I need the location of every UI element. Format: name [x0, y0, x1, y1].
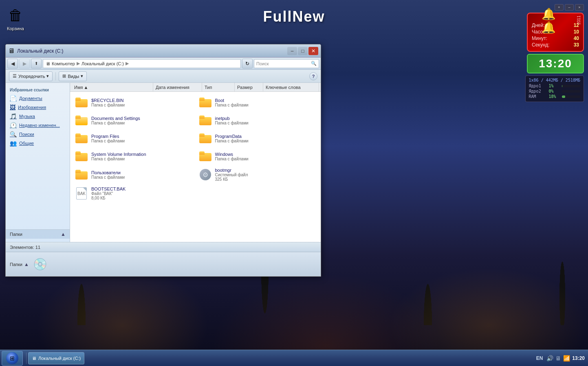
close-button[interactable]: ✕ [308, 47, 318, 55]
volume-icon[interactable]: 🔊 [546, 355, 553, 362]
forward-button[interactable]: ▶ [19, 59, 30, 69]
toolbar-separator [55, 72, 56, 80]
file-item-recycle-bin[interactable]: $RECYCLE.BIN Папка с файлами [72, 93, 196, 111]
system-tray-icon[interactable]: 📶 [563, 355, 570, 362]
views-button[interactable]: ⊞ Виды ▾ [59, 71, 87, 81]
file-info-bootmgr: bootmgr Системный файл 325 КБ [215, 168, 316, 182]
music-label: Музыка [19, 114, 35, 119]
network-icon[interactable]: 🖥 [555, 355, 561, 362]
core1-bar-bg [562, 85, 580, 87]
col-header-keywords[interactable]: Ключевые слова [263, 83, 319, 91]
sidebar-item-documents[interactable]: 📄 Документы [6, 94, 70, 103]
recycle-bin-image: 🗑 [6, 6, 25, 25]
sidebar-item-music[interactable]: 🎵 Музыка [6, 112, 70, 121]
col-header-size[interactable]: Размер [235, 83, 263, 91]
taskbar-item-icon: 🖥 [32, 356, 36, 361]
folder-shape [75, 98, 88, 107]
folder-shape-docs [75, 115, 88, 125]
recycle-bin-icon[interactable]: 🗑 Корзина [4, 4, 27, 33]
toolbar: ☰ Упорядочить ▾ ⊞ Виды ▾ ? [6, 70, 321, 83]
doc-icon-bootsect: BAK [75, 187, 88, 200]
folders-chevron-bottom-icon: ▲ [24, 262, 29, 267]
organize-button[interactable]: ☰ Упорядочить ▾ [9, 71, 53, 81]
sidebar-item-searches[interactable]: 🔍 Поиски [6, 130, 70, 139]
up-button[interactable]: ⬆ [31, 59, 42, 69]
file-name-bootmgr: bootmgr [215, 168, 316, 173]
core1-row: Ядро1 1% [529, 84, 580, 88]
file-desc-boot: Папка с файлами [215, 103, 316, 107]
folder-icon-windows [199, 150, 212, 163]
file-item-docs-settings[interactable]: Documents and Settings Папка с файлами [72, 111, 196, 129]
sidebar-item-public[interactable]: 👥 Общие [6, 139, 70, 148]
searches-label: Поиски [19, 132, 34, 137]
folder-shape-pf [75, 133, 88, 143]
col-header-type[interactable]: Тип [202, 83, 235, 91]
file-name-programdata: ProgramData [215, 134, 316, 139]
file-item-sysvolinfo[interactable]: System Volume Information Папка с файлам… [72, 147, 196, 165]
desktop-title: FullNew [263, 8, 325, 25]
core2-label: Ядро2 [529, 89, 547, 93]
file-desc-sysvolinfo: Папка с файлами [91, 157, 192, 161]
col-header-name[interactable]: Имя ▲ [72, 83, 153, 91]
explorer-window: 🖥 Локальный диск (C:) – □ ✕ ◀ ▶ ⬆ 🖥 Комп… [5, 44, 321, 277]
recent-icon: 🕐 [10, 122, 17, 129]
core2-row: Ядро2 0% [529, 89, 580, 93]
folder-shape-svi [75, 151, 88, 161]
folder-shape-pd [199, 133, 211, 143]
address-bar: ◀ ▶ ⬆ 🖥 Компьютер ▶ Локальный диск (C:) … [6, 58, 321, 70]
minutes-value: 40 [574, 35, 579, 41]
file-item-users[interactable]: Пользователи Папка с файлами [72, 165, 196, 184]
public-label: Общие [19, 141, 34, 146]
file-list-area: Имя ▲ Дата изменения Тип Размер Ключевые… [70, 83, 321, 242]
file-name-recycle: $RECYCLE.BIN [91, 98, 192, 103]
year-label: 2011 [577, 16, 581, 24]
folders-chevron-icon: ▲ [61, 231, 66, 237]
file-desc-docs-settings: Папка с файлами [91, 121, 192, 125]
start-button[interactable]: ⊞ [2, 351, 23, 366]
file-item-programdata[interactable]: ProgramData Папка с файлами [196, 129, 319, 147]
refresh-button[interactable]: ↻ [242, 59, 253, 69]
file-info-boot: Boot Папка с файлами [215, 98, 316, 107]
address-breadcrumb[interactable]: 🖥 Компьютер ▶ Локальный диск (C:) ▶ [43, 59, 241, 68]
sidebar-item-images[interactable]: 🖼 Изображения [6, 103, 70, 112]
folders-toggle[interactable]: Папки ▲ [6, 229, 70, 239]
sidebar-item-recent[interactable]: 🕐 Недавно изменен... [6, 121, 70, 130]
lang-indicator: EN [536, 355, 543, 361]
widget-close-btn[interactable]: × [575, 4, 584, 11]
recycle-bin-label: Корзина [7, 26, 24, 31]
back-button[interactable]: ◀ [7, 59, 18, 69]
file-item-program-files[interactable]: Program Files Папка с файлами [72, 129, 196, 147]
taskbar-clock: 13:20 [572, 355, 585, 361]
file-info-windows: Windows Папка с файлами [215, 152, 316, 161]
file-desc-program-files: Папка с файлами [91, 139, 192, 143]
help-button[interactable]: ? [309, 72, 317, 80]
file-info-docs-settings: Documents and Settings Папка с файлами [91, 116, 192, 125]
file-name-bootsect: BOOTSECT.BAK [91, 186, 192, 191]
christmas-widget: 🔔🔔 2011 Дней: 12 Часов: 10 Минут: 40 Сек… [527, 13, 584, 52]
seconds-label: Секунд: [532, 42, 550, 48]
maximize-button[interactable]: □ [298, 47, 308, 55]
folder-icon-boot [199, 96, 212, 109]
file-item-windows[interactable]: Windows Папка с файлами [196, 147, 319, 165]
file-name-inetpub: inetpub [215, 116, 316, 121]
col-header-date[interactable]: Дата изменения [153, 83, 202, 91]
file-item-inetpub[interactable]: inetpub Папка с файлами [196, 111, 319, 129]
ram-row: RAM 18% [529, 94, 580, 99]
taskbar: ⊞ 🖥 Локальный диск (C:) EN 🔊 🖥 📶 13:20 [0, 350, 588, 366]
file-desc-inetpub: Папка с файлами [215, 121, 316, 125]
file-desc-recycle: Папка с файлами [91, 103, 192, 107]
status-bar: Элементов: 11 [6, 242, 321, 252]
sidebar-folders: Папки ▲ [6, 229, 70, 239]
minimize-button[interactable]: – [287, 47, 297, 55]
search-placeholder: Поиск [256, 61, 269, 66]
folder-shape-win [199, 151, 211, 161]
file-item-bootmgr[interactable]: ⚙ bootmgr Системный файл 325 КБ [196, 165, 319, 184]
core1-label: Ядро1 [529, 84, 547, 88]
file-item-boot[interactable]: Boot Папка с файлами [196, 93, 319, 111]
search-box[interactable]: Поиск 🔍 [254, 59, 319, 68]
folders-toggle-bottom[interactable]: Папки ▲ [10, 262, 29, 267]
core1-val: 1% [549, 84, 560, 88]
taskbar-item-explorer[interactable]: 🖥 Локальный диск (C:) [28, 352, 84, 364]
file-item-bootsect[interactable]: BAK BOOTSECT.BAK Файл "ВАК" 8,00 КБ [72, 184, 196, 203]
folder-icon-inetpub [199, 114, 212, 127]
